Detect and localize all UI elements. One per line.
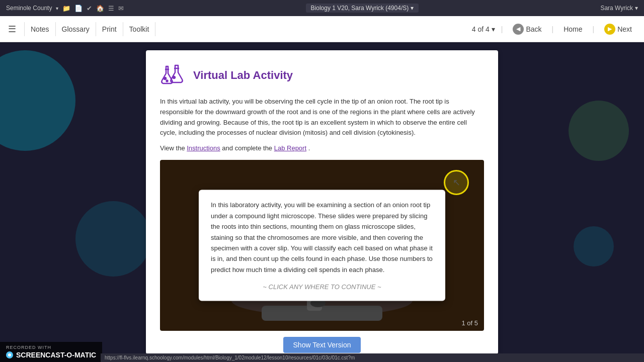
nav-bar: ☰ Notes Glossary Print Toolkit 4 of 4 ▾ … bbox=[0, 16, 644, 42]
divider-2: | bbox=[552, 25, 554, 33]
next-label: Next bbox=[617, 25, 632, 33]
top-bar-center: Biology 1 V20, Sara Wyrick (4904/S) ▾ bbox=[124, 4, 600, 13]
overlay-text: In this laboratory activity, you will be… bbox=[211, 200, 433, 276]
screencast-brand: SCREENCAST-O-MATIC bbox=[6, 351, 96, 359]
nav-pagination: 4 of 4 ▾ | ◀ Back | Home | ▶ Next bbox=[472, 22, 636, 37]
svg-point-2 bbox=[164, 77, 166, 79]
lab-report-link[interactable]: Lab Report bbox=[274, 144, 306, 152]
show-text-version-button[interactable]: Show Text Version bbox=[283, 337, 361, 353]
divider-1: | bbox=[501, 25, 503, 33]
folder-icon[interactable]: 📁 bbox=[62, 5, 70, 12]
page-dropdown-arrow: ▾ bbox=[492, 25, 495, 33]
home-icon[interactable]: 🏠 bbox=[96, 5, 104, 12]
instructions-link[interactable]: Instructions bbox=[187, 144, 220, 152]
slide-counter: 1 of 5 bbox=[461, 319, 478, 327]
district-dropdown[interactable]: ▾ bbox=[56, 6, 58, 11]
activity-header: Virtual Lab Activity bbox=[160, 62, 484, 88]
continue-text: ~ CLICK ANY WHERE TO CONTINUE ~ bbox=[211, 284, 433, 291]
toolkit-link[interactable]: Toolkit bbox=[123, 22, 156, 36]
links-suffix: . bbox=[308, 144, 310, 152]
back-circle-icon: ◀ bbox=[513, 24, 524, 35]
glossary-link[interactable]: Glossary bbox=[56, 22, 96, 36]
divider-3: | bbox=[593, 25, 595, 33]
top-bar-right: Sara Wyrick ▾ bbox=[600, 5, 638, 12]
course-name[interactable]: Biology 1 V20, Sara Wyrick (4904/S) ▾ bbox=[306, 4, 419, 13]
overlay-dialog[interactable]: In this laboratory activity, you will be… bbox=[199, 190, 445, 301]
page-number: 4 of 4 bbox=[472, 25, 490, 33]
hamburger-menu-icon[interactable]: ☰ bbox=[8, 24, 16, 35]
links-middle: and complete the bbox=[222, 144, 274, 152]
svg-point-3 bbox=[167, 80, 168, 82]
user-dropdown-arrow[interactable]: ▾ bbox=[635, 5, 638, 12]
microscope-container[interactable]: ↖ In this laboratory activity, you will … bbox=[160, 160, 484, 331]
home-label: Home bbox=[564, 25, 582, 33]
menu-icon[interactable]: ☰ bbox=[108, 5, 114, 12]
print-link[interactable]: Print bbox=[96, 22, 123, 36]
content-card: Virtual Lab Activity In this virtual lab… bbox=[146, 50, 498, 354]
svg-point-4 bbox=[173, 76, 175, 78]
document-icon[interactable]: 📄 bbox=[74, 5, 83, 12]
activity-description: In this virtual lab activity, you will b… bbox=[160, 97, 484, 138]
screencast-bar: RECORDED WITH SCREENCAST-O-MATIC bbox=[0, 342, 102, 362]
back-button[interactable]: ◀ Back bbox=[509, 22, 545, 37]
mail-icon[interactable]: ✉ bbox=[118, 5, 124, 12]
activity-links: View the Instructions and complete the L… bbox=[160, 144, 484, 152]
screencast-dot-inner bbox=[8, 353, 11, 356]
top-bar-left: Seminole County ▾ 📁 📄 ✔ 🏠 ☰ ✉ bbox=[6, 5, 124, 12]
links-prefix: View the bbox=[160, 144, 187, 152]
home-button[interactable]: Home bbox=[559, 23, 586, 35]
page-indicator[interactable]: 4 of 4 ▾ bbox=[472, 25, 495, 33]
url-bar: https://fl-flvs.ilearnq.schoology.com/mo… bbox=[101, 353, 644, 362]
district-name[interactable]: Seminole County bbox=[6, 5, 52, 12]
user-name[interactable]: Sara Wyrick bbox=[600, 5, 633, 12]
screencast-label: RECORDED WITH bbox=[6, 345, 96, 350]
notes-link[interactable]: Notes bbox=[24, 22, 56, 36]
nav-links: Notes Glossary Print Toolkit bbox=[24, 22, 155, 36]
top-bar: Seminole County ▾ 📁 📄 ✔ 🏠 ☰ ✉ Biology 1 … bbox=[0, 0, 644, 16]
next-circle-icon: ▶ bbox=[604, 24, 615, 35]
main-content: Virtual Lab Activity In this virtual lab… bbox=[0, 42, 644, 362]
cursor-highlight-circle: ↖ bbox=[444, 170, 469, 195]
lab-flask-icon bbox=[160, 62, 186, 88]
screencast-dot-icon bbox=[6, 351, 13, 358]
screencast-brand-name: SCREENCAST-O-MATIC bbox=[16, 351, 96, 359]
next-button[interactable]: ▶ Next bbox=[600, 22, 636, 37]
cursor-arrow-icon: ↖ bbox=[453, 177, 460, 188]
activity-title: Virtual Lab Activity bbox=[193, 69, 293, 82]
check-icon[interactable]: ✔ bbox=[87, 5, 92, 12]
back-label: Back bbox=[526, 25, 541, 33]
